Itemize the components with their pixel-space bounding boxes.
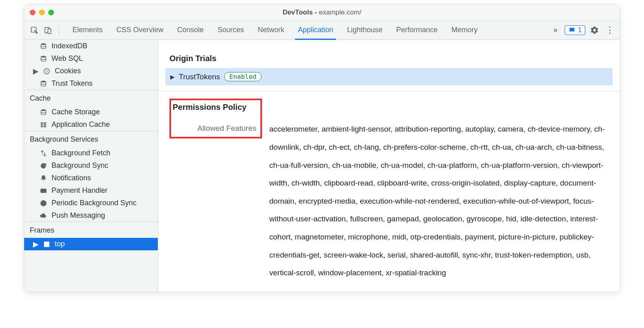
sidebar-label: Payment Handler (52, 186, 107, 195)
sidebar-item-background-fetch[interactable]: Background Fetch (24, 147, 158, 159)
title-url: example.com/ (319, 8, 361, 16)
svg-point-6 (45, 70, 46, 70)
sidebar-label: Push Messaging (52, 211, 105, 220)
cookie-icon (43, 67, 51, 75)
sidebar-label: Periodic Background Sync (52, 199, 136, 207)
svg-rect-19 (44, 242, 49, 247)
transfer-icon (39, 149, 47, 157)
sidebar-group-frames[interactable]: Frames (24, 222, 158, 238)
main-top-spacer (158, 40, 620, 47)
disclosure-triangle-icon[interactable]: ▶ (170, 74, 175, 80)
svg-rect-16 (44, 126, 46, 127)
inspect-element-icon[interactable] (28, 24, 40, 36)
origin-trial-status-badge: Enabled (224, 72, 262, 81)
sidebar-label: Cache Storage (52, 108, 100, 116)
permissions-allowed-features-value: accelerometer, ambient-light-sensor, att… (269, 99, 609, 282)
application-main: Origin Trials ▶ TrustTokens Enabled Perm… (158, 40, 620, 292)
svg-rect-17 (41, 189, 46, 192)
disclosure-triangle-icon[interactable]: ▶ (33, 67, 39, 76)
cloud-icon (39, 212, 47, 220)
tab-css-overview[interactable]: CSS Overview (109, 21, 170, 40)
tab-performance[interactable]: Performance (389, 21, 444, 40)
zoom-window-button[interactable] (48, 10, 54, 15)
svg-rect-12 (44, 122, 46, 124)
sidebar-label: Background Sync (52, 161, 108, 170)
application-sidebar[interactable]: IndexedDB Web SQL ▶ Cookies Trust Tokens… (24, 40, 158, 292)
sidebar-item-websql[interactable]: Web SQL (24, 52, 158, 65)
sidebar-item-cache-storage[interactable]: Cache Storage (24, 106, 158, 118)
sidebar-item-application-cache[interactable]: Application Cache (24, 118, 158, 131)
title-app: DevTools - (283, 8, 319, 16)
settings-icon[interactable] (590, 26, 599, 35)
devtools-toolbar: Elements CSS Overview Console Sources Ne… (24, 21, 620, 40)
panel-tabs: Elements CSS Overview Console Sources Ne… (66, 21, 484, 40)
database-icon (39, 108, 47, 116)
svg-point-3 (41, 43, 46, 45)
sidebar-group-background-services[interactable]: Background Services (24, 131, 158, 147)
tab-lighthouse[interactable]: Lighthouse (340, 21, 389, 40)
origin-trial-row[interactable]: ▶ TrustTokens Enabled (165, 68, 613, 85)
tab-sources[interactable]: Sources (211, 21, 251, 40)
close-window-button[interactable] (30, 10, 35, 15)
sidebar-label: IndexedDB (52, 42, 87, 50)
svg-rect-11 (41, 122, 43, 124)
grid-icon (39, 121, 47, 129)
tab-elements[interactable]: Elements (66, 21, 109, 40)
sidebar-item-indexeddb[interactable]: IndexedDB (24, 40, 158, 52)
sidebar-item-background-sync[interactable]: Background Sync (24, 159, 158, 172)
minimize-window-button[interactable] (39, 10, 45, 15)
sidebar-item-cookies[interactable]: ▶ Cookies (24, 65, 158, 77)
permissions-allowed-features-label: Allowed Features (173, 124, 256, 133)
window-titlebar: DevTools - example.com/ (24, 4, 620, 21)
issues-count: 1 (578, 27, 582, 34)
database-icon (39, 80, 47, 88)
sidebar-label: Background Fetch (52, 149, 110, 157)
database-icon (39, 42, 47, 50)
svg-point-5 (44, 68, 50, 74)
issues-badge[interactable]: 1 (565, 25, 585, 35)
sidebar-label: Trust Tokens (52, 79, 93, 88)
window-controls (30, 10, 54, 15)
sync-icon (39, 162, 47, 170)
frame-icon (43, 240, 51, 248)
permissions-policy-header: Permissions Policy (173, 103, 256, 112)
sidebar-item-payment-handler[interactable]: Payment Handler (24, 184, 158, 197)
sidebar-item-periodic-background-sync[interactable]: Periodic Background Sync (24, 197, 158, 209)
permissions-policy-section: Permissions Policy Allowed Features acce… (158, 91, 620, 292)
kebab-menu-icon[interactable]: ⋮ (604, 25, 616, 35)
message-icon (568, 27, 576, 34)
sidebar-item-trust-tokens[interactable]: Trust Tokens (24, 77, 158, 90)
sidebar-label: top (55, 240, 65, 248)
permissions-header-highlight: Permissions Policy Allowed Features (169, 99, 262, 138)
sidebar-group-cache[interactable]: Cache (24, 90, 158, 106)
devtools-window: DevTools - example.com/ Elements CSS Ove… (24, 4, 620, 292)
sidebar-label: Notifications (52, 174, 91, 182)
panels: IndexedDB Web SQL ▶ Cookies Trust Tokens… (24, 40, 620, 292)
bell-icon (39, 174, 47, 182)
tab-memory[interactable]: Memory (444, 21, 484, 40)
svg-point-10 (41, 109, 46, 111)
origin-trials-header: Origin Trials (158, 47, 620, 68)
disclosure-triangle-icon[interactable]: ▶ (33, 240, 39, 249)
window-title: DevTools - example.com/ (24, 8, 620, 17)
clock-icon (39, 199, 47, 207)
sidebar-item-notifications[interactable]: Notifications (24, 172, 158, 184)
toolbar-right: » 1 ⋮ (551, 25, 616, 35)
svg-point-7 (47, 70, 48, 71)
svg-point-9 (41, 80, 46, 83)
svg-rect-13 (41, 124, 43, 125)
tab-console[interactable]: Console (170, 21, 211, 40)
sidebar-label: Application Cache (52, 120, 110, 129)
svg-point-4 (41, 56, 46, 58)
tab-network[interactable]: Network (251, 21, 291, 40)
svg-rect-2 (48, 29, 51, 33)
device-toolbar-icon[interactable] (42, 24, 54, 36)
sidebar-item-push-messaging[interactable]: Push Messaging (24, 209, 158, 222)
tab-application[interactable]: Application (291, 21, 340, 40)
svg-rect-14 (44, 124, 46, 125)
sidebar-label: Web SQL (52, 54, 83, 63)
sidebar-item-frame-top[interactable]: ▶ top (24, 238, 158, 250)
database-icon (39, 55, 47, 63)
more-tabs-icon[interactable]: » (551, 26, 560, 34)
origin-trial-name: TrustTokens (179, 72, 220, 81)
